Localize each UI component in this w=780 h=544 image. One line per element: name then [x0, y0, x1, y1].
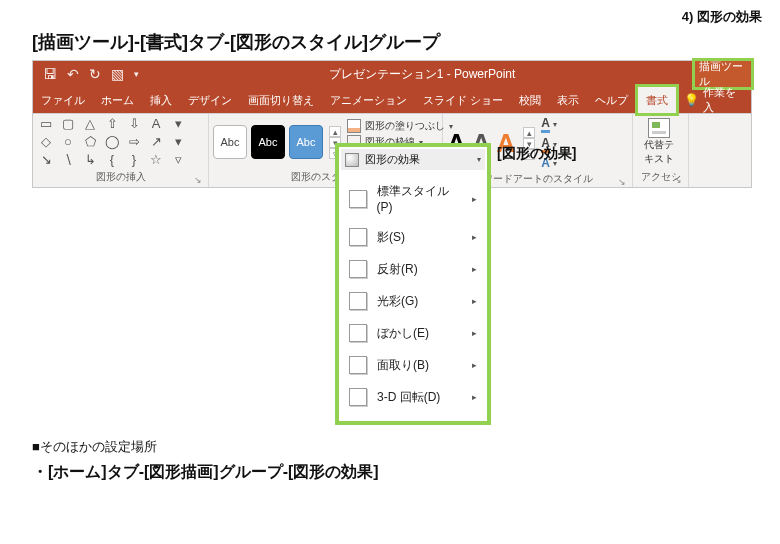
shape-icon[interactable]: ↗ — [147, 134, 165, 150]
shape-effects-menu-list: 標準スタイル(P)▸ 影(S)▸ 反射(R)▸ 光彩(G)▸ ぼかし(E)▸ 面… — [341, 170, 485, 419]
fx-item-preset[interactable]: 標準スタイル(P)▸ — [343, 176, 483, 221]
gallery-up-icon[interactable]: ▴ — [329, 126, 341, 137]
tab-review[interactable]: 校閲 — [511, 87, 549, 113]
tab-format[interactable]: 書式 — [638, 87, 676, 113]
shape-icon[interactable]: ⇧ — [103, 116, 121, 132]
fx-item-softedge[interactable]: ぼかし(E)▸ — [343, 317, 483, 349]
fx-item-glow[interactable]: 光彩(G)▸ — [343, 285, 483, 317]
callout-label-shape-effects: [図形の効果] — [497, 145, 576, 163]
redo-icon[interactable]: ↻ — [89, 66, 101, 82]
tab-home[interactable]: ホーム — [93, 87, 142, 113]
shape-icon[interactable]: ▾ — [169, 134, 187, 150]
other-locations-heading: ■そのほかの設定場所 — [32, 438, 772, 456]
tab-view[interactable]: 表示 — [549, 87, 587, 113]
shape-icon[interactable]: { — [103, 152, 121, 168]
shape-icon[interactable]: ↘ — [37, 152, 55, 168]
bevel-icon — [349, 356, 367, 374]
preset-icon — [349, 190, 367, 208]
shape-icon[interactable]: ▾ — [169, 116, 187, 132]
shape-style-gallery[interactable]: Abc Abc Abc ▴ ▾ ▿ — [213, 125, 341, 159]
shape-effects-menu: 図形の効果 ▾ [図形の効果] 標準スタイル(P)▸ 影(S)▸ 反射(R)▸ … — [335, 143, 491, 425]
page-title: [描画ツール]-[書式]タブ-[図形のスタイル]グループ — [32, 30, 772, 54]
tell-me[interactable]: 💡 作業を入 — [678, 87, 751, 113]
style-preset[interactable]: Abc — [213, 125, 247, 159]
qat-dropdown-icon[interactable]: ▾ — [134, 69, 139, 79]
shape-icon[interactable]: A — [147, 116, 165, 132]
alt-text-button[interactable]: 代替テ キスト — [637, 118, 681, 166]
shapes-gallery[interactable]: ▭ ▢ △ ⇧ ⇩ A ▾ ◇ ○ ⬠ ◯ ⇨ ↗ ▾ ↘ ∖ ↳ — [37, 116, 187, 168]
submenu-arrow-icon: ▸ — [472, 360, 477, 370]
shape-icon[interactable]: ⇩ — [125, 116, 143, 132]
shape-icon[interactable]: ◇ — [37, 134, 55, 150]
tab-insert[interactable]: 挿入 — [142, 87, 180, 113]
submenu-arrow-icon: ▸ — [472, 264, 477, 274]
glow-icon — [349, 292, 367, 310]
chevron-down-icon: ▾ — [477, 155, 481, 164]
group-label-insert-shapes: 図形の挿入 — [37, 168, 204, 187]
window-title: プレゼンテーション1 - PowerPoint — [149, 61, 695, 87]
submenu-arrow-icon: ▸ — [472, 232, 477, 242]
effects-icon — [345, 153, 359, 167]
shape-icon[interactable]: ◯ — [103, 134, 121, 150]
shape-icon[interactable]: } — [125, 152, 143, 168]
shape-icon[interactable]: ☆ — [147, 152, 165, 168]
shape-icon[interactable]: △ — [81, 116, 99, 132]
shadow-icon — [349, 228, 367, 246]
other-location-path: ・[ホーム]タブ-[図形描画]グループ-[図形の効果] — [32, 462, 772, 483]
reflection-icon — [349, 260, 367, 278]
softedge-icon — [349, 324, 367, 342]
shape-effects-menu-header[interactable]: 図形の効果 ▾ — [341, 149, 485, 170]
shape-icon[interactable]: ▿ — [169, 152, 187, 168]
tab-animations[interactable]: アニメーション — [322, 87, 415, 113]
submenu-arrow-icon: ▸ — [472, 328, 477, 338]
group-accessibility: 代替テ キスト アクセシ — [633, 114, 689, 187]
shape-icon[interactable]: ↳ — [81, 152, 99, 168]
style-preset[interactable]: Abc — [251, 125, 285, 159]
tab-transitions[interactable]: 画面切り替え — [240, 87, 322, 113]
shape-icon[interactable]: ∖ — [59, 152, 77, 168]
shape-icon[interactable]: ▭ — [37, 116, 55, 132]
rotation-icon — [349, 388, 367, 406]
fill-icon — [347, 119, 361, 133]
tab-help[interactable]: ヘルプ — [587, 87, 636, 113]
fx-item-3drotation[interactable]: 3-D 回転(D)▸ — [343, 381, 483, 413]
contextual-tab-header-drawing-tools: 描画ツール — [695, 61, 751, 87]
tab-file[interactable]: ファイル — [33, 87, 93, 113]
shape-fill-button[interactable]: 図形の塗りつぶし ▾ — [347, 119, 453, 133]
quick-access-toolbar: 🖫 ↶ ↻ ▧ ▾ — [33, 61, 149, 87]
shape-icon[interactable]: ⬠ — [81, 134, 99, 150]
tab-slideshow[interactable]: スライド ショー — [415, 87, 511, 113]
alt-text-icon — [648, 118, 670, 138]
undo-icon[interactable]: ↶ — [67, 66, 79, 82]
group-label-accessibility: アクセシ — [637, 168, 684, 187]
shape-icon[interactable]: ▢ — [59, 116, 77, 132]
submenu-arrow-icon: ▸ — [472, 296, 477, 306]
ribbon-tabs: ファイル ホーム 挿入 デザイン 画面切り替え アニメーション スライド ショー… — [33, 87, 751, 113]
tab-design[interactable]: デザイン — [180, 87, 240, 113]
fx-item-bevel[interactable]: 面取り(B)▸ — [343, 349, 483, 381]
text-fill-button[interactable]: A▾ — [541, 116, 557, 133]
section-number: 4) 図形の効果 — [32, 8, 772, 26]
save-icon[interactable]: 🖫 — [43, 66, 57, 82]
titlebar: 🖫 ↶ ↻ ▧ ▾ プレゼンテーション1 - PowerPoint 描画ツール — [33, 61, 751, 87]
fx-item-reflection[interactable]: 反射(R)▸ — [343, 253, 483, 285]
lightbulb-icon: 💡 — [684, 93, 699, 107]
submenu-arrow-icon: ▸ — [472, 392, 477, 402]
style-preset[interactable]: Abc — [289, 125, 323, 159]
start-from-beginning-icon[interactable]: ▧ — [111, 66, 124, 82]
gallery-up-icon[interactable]: ▴ — [523, 127, 535, 138]
powerpoint-window: 🖫 ↶ ↻ ▧ ▾ プレゼンテーション1 - PowerPoint 描画ツール … — [32, 60, 752, 188]
fx-item-shadow[interactable]: 影(S)▸ — [343, 221, 483, 253]
shape-icon[interactable]: ○ — [59, 134, 77, 150]
shape-icon[interactable]: ⇨ — [125, 134, 143, 150]
group-insert-shapes: ▭ ▢ △ ⇧ ⇩ A ▾ ◇ ○ ⬠ ◯ ⇨ ↗ ▾ ↘ ∖ ↳ — [33, 114, 209, 187]
submenu-arrow-icon: ▸ — [472, 194, 477, 204]
